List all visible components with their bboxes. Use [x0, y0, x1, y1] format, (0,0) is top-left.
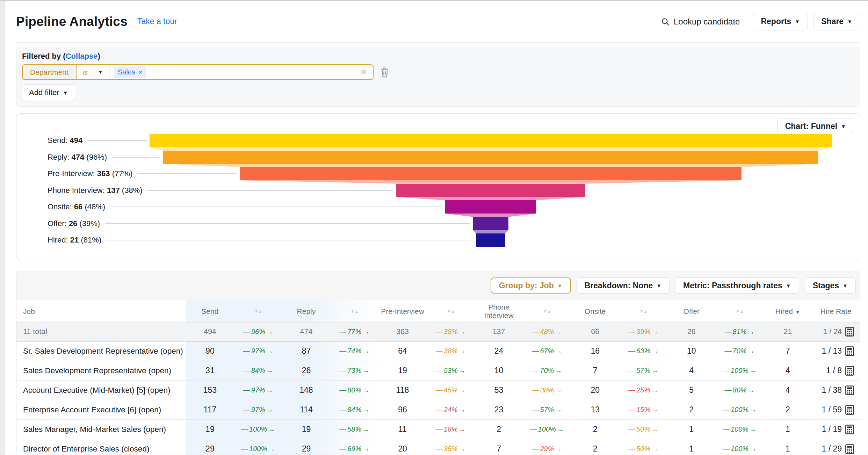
passthrough-rate: —100%→ — [523, 425, 571, 433]
funnel-bar-pre-interview[interactable] — [240, 167, 741, 180]
passthrough-rate: —15%→ — [619, 406, 667, 414]
table-total-row[interactable]: 11 total494—96%→474—77%→363—38%→137—48%→… — [16, 323, 860, 341]
column-header-job[interactable]: Job — [16, 307, 186, 316]
funnel-bar-reply[interactable] — [163, 151, 818, 164]
sort-asc-icon[interactable]: ▲ — [451, 309, 455, 314]
sort-desc-active-icon[interactable]: ▼ — [795, 309, 800, 315]
passthrough-rate: —45%→ — [427, 386, 475, 394]
job-cell[interactable]: Director of Enterprise Sales (closed) — [16, 445, 186, 454]
sort-icons[interactable]: ▼▲ — [716, 309, 764, 314]
sort-icons[interactable]: ▼▲ — [234, 309, 282, 314]
clear-filter-icon[interactable]: ✕ — [360, 67, 367, 77]
passthrough-rate: —100%→ — [716, 406, 764, 414]
stage-count: 2 — [475, 425, 523, 434]
funnel-bar-hired[interactable] — [476, 233, 505, 247]
column-header-reply[interactable]: Reply — [282, 307, 331, 316]
job-cell[interactable]: Account Executive (Mid-Market) [5] (open… — [16, 386, 186, 395]
stage-count: 4 — [764, 385, 812, 395]
lookup-candidate-button[interactable]: Lookup candidate — [661, 17, 740, 27]
job-cell[interactable]: Sales Development Representative (open) — [16, 366, 186, 375]
sort-asc-icon[interactable]: ▲ — [547, 309, 551, 314]
filter-value-input[interactable]: Sales ✕ ✕ — [109, 65, 373, 79]
page-title: Pipeline Analytics — [16, 14, 128, 29]
calculator-icon[interactable] — [845, 366, 854, 376]
sort-icons[interactable]: ▼▲ — [330, 309, 378, 314]
funnel-bar-onsite[interactable] — [445, 200, 536, 214]
calculator-icon[interactable] — [845, 405, 854, 415]
sort-asc-icon[interactable]: ▲ — [740, 309, 744, 314]
sort-asc-icon[interactable]: ▲ — [258, 309, 262, 314]
column-header-offer[interactable]: Offer — [667, 307, 716, 316]
sort-asc-icon[interactable]: ▲ — [643, 309, 647, 314]
group-by-button[interactable]: Group by: Job ▼ — [491, 277, 571, 294]
sort-desc-icon[interactable]: ▼ — [254, 309, 258, 314]
calculator-icon[interactable] — [845, 327, 854, 337]
sort-desc-icon[interactable]: ▼ — [639, 309, 643, 314]
caret-down-icon: ▼ — [847, 19, 852, 24]
column-header-onsite[interactable]: Onsite — [571, 307, 619, 316]
funnel-label: Offer: 26 (39%) — [48, 217, 100, 230]
table-row[interactable]: Sales Manager, Mid-Market Sales (open)19… — [16, 420, 860, 439]
calculator-icon[interactable] — [845, 444, 854, 454]
column-header-hired[interactable]: Hired▼ — [764, 307, 812, 316]
filter-operator-label: is — [82, 68, 88, 77]
filter-field-select[interactable]: Department — [23, 65, 77, 79]
stage-count: 7 — [475, 444, 523, 454]
chip-remove-icon[interactable]: ✕ — [138, 69, 143, 75]
caret-down-icon: ▼ — [842, 283, 848, 288]
trash-icon[interactable] — [379, 67, 390, 78]
sort-icons[interactable]: ▼▲ — [523, 309, 571, 314]
stage-count: 494 — [186, 327, 234, 336]
caret-down-icon: ▼ — [786, 283, 791, 288]
table-row[interactable]: Sales Development Representative (open)3… — [16, 361, 860, 381]
stage-count: 10 — [667, 346, 716, 356]
passthrough-rate: —35%→ — [427, 445, 475, 453]
passthrough-rate: —80%→ — [330, 386, 378, 394]
sort-desc-icon[interactable]: ▼ — [736, 309, 740, 314]
column-header-hire-rate[interactable]: Hire Rate — [812, 307, 860, 316]
column-header-pre-interview[interactable]: Pre-Interview — [378, 307, 427, 316]
funnel-leader-line — [87, 140, 147, 141]
reports-button[interactable]: Reports ▼ — [753, 13, 808, 30]
sort-icons[interactable]: ▼▲ — [427, 309, 475, 314]
sort-asc-icon[interactable]: ▲ — [354, 309, 358, 314]
sort-icons[interactable]: ▼▲ — [619, 309, 667, 314]
collapse-link[interactable]: Collapse — [66, 52, 98, 60]
funnel-bar-send[interactable] — [150, 134, 832, 147]
table-row[interactable]: Director of Enterprise Sales (closed)29—… — [16, 439, 860, 455]
funnel-leader-line — [106, 240, 473, 240]
table-row[interactable]: Account Executive (Mid-Market) [5] (open… — [16, 381, 860, 400]
calculator-icon[interactable] — [845, 346, 854, 356]
table-row[interactable]: Sr. Sales Development Representative (op… — [16, 341, 860, 361]
chart-type-button[interactable]: Chart: Funnel ▼ — [777, 118, 854, 134]
sort-desc-icon[interactable]: ▼ — [350, 309, 354, 314]
calculator-icon[interactable] — [845, 385, 854, 395]
funnel-bar-offer[interactable] — [473, 217, 509, 230]
caret-down-icon: ▼ — [98, 70, 103, 74]
funnel-leader-line — [147, 190, 393, 191]
job-cell[interactable]: Sr. Sales Development Representative (op… — [16, 347, 186, 356]
table-row[interactable]: Enterprise Account Executive [6] (open)1… — [16, 400, 860, 420]
job-cell: 11 total — [16, 327, 186, 336]
stages-button[interactable]: Stages ▼ — [805, 277, 856, 294]
filter-operator-select[interactable]: is ▼ — [77, 65, 109, 79]
funnel-label: Onsite: 66 (48%) — [48, 200, 105, 214]
column-header-send[interactable]: Send — [186, 307, 234, 316]
stage-count: 24 — [475, 346, 523, 356]
stage-count: 114 — [282, 405, 331, 414]
column-header-phone-interview[interactable]: Phone Interview — [475, 303, 523, 320]
job-cell[interactable]: Enterprise Account Executive [6] (open) — [16, 405, 186, 414]
take-a-tour-link[interactable]: Take a tour — [137, 17, 177, 26]
add-filter-button[interactable]: Add filter ▼ — [22, 84, 75, 101]
sort-desc-icon[interactable]: ▼ — [543, 309, 547, 314]
passthrough-rate: —70%→ — [523, 367, 571, 375]
breakdown-button[interactable]: Breakdown: None ▼ — [577, 277, 670, 294]
passthrough-rate: —77%→ — [330, 328, 378, 336]
calculator-icon[interactable] — [845, 424, 854, 434]
sort-desc-icon[interactable]: ▼ — [447, 309, 451, 314]
stage-count: 474 — [282, 327, 331, 336]
metric-button[interactable]: Metric: Passthrough rates ▼ — [675, 277, 799, 294]
funnel-bar-phone-interview[interactable] — [396, 184, 585, 197]
share-button[interactable]: Share ▼ — [813, 13, 860, 30]
job-cell[interactable]: Sales Manager, Mid-Market Sales (open) — [16, 425, 186, 434]
